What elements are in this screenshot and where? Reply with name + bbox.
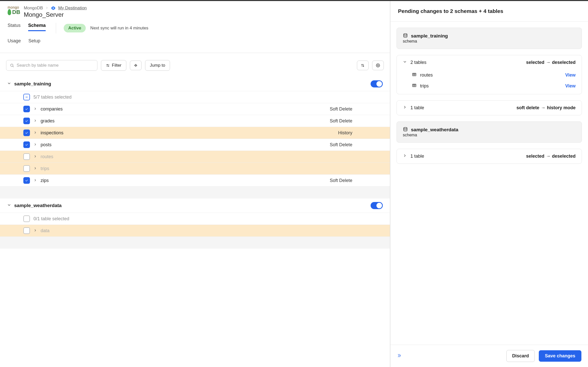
jump-to-button[interactable]: Jump to	[145, 60, 170, 71]
table-checkbox[interactable]	[23, 130, 30, 136]
table-row[interactable]: inspections History	[0, 127, 390, 139]
table-mode: Soft Delete	[330, 142, 352, 148]
change-transition: soft delete→history mode	[516, 105, 576, 111]
schema-type-label: schema	[403, 133, 417, 137]
change-transition: selected→deselected	[526, 60, 576, 65]
connector-name: Mongo_Server	[24, 11, 87, 18]
table-row[interactable]: routes	[0, 151, 390, 162]
svg-line-3	[13, 66, 13, 67]
pending-schema-name: sample_weatherdata	[411, 127, 458, 133]
change-summary-row[interactable]: 1 table selected→deselected	[397, 149, 582, 163]
chevron-right-icon	[33, 178, 37, 183]
chevron-down-icon	[7, 203, 11, 208]
mongodb-logo: mongo DB	[8, 6, 20, 15]
table-mode: Soft Delete	[330, 106, 352, 112]
change-count: 1 table	[410, 154, 424, 159]
selection-summary: 0/1 table selected	[33, 216, 69, 222]
chevron-right-icon	[33, 130, 37, 136]
gear-icon	[376, 63, 380, 67]
table-checkbox[interactable]	[23, 106, 30, 112]
collapse-button[interactable]	[130, 61, 142, 70]
table-checkbox[interactable]	[23, 141, 30, 148]
tab-usage[interactable]: Usage	[8, 38, 21, 47]
table-checkbox[interactable]	[23, 227, 30, 234]
change-summary-row[interactable]: 1 table soft delete→history mode	[397, 101, 582, 115]
sort-button[interactable]	[357, 61, 369, 70]
table-row[interactable]: data	[0, 225, 390, 236]
table-row[interactable]: trips	[0, 162, 390, 174]
table-row[interactable]: posts Soft Delete	[0, 139, 390, 151]
table-checkbox[interactable]	[23, 118, 30, 124]
pending-changes-panel: Pending changes to 2 schemas + 4 tables …	[390, 1, 588, 367]
discard-button[interactable]: Discard	[506, 350, 535, 362]
schema-type-label: schema	[403, 39, 417, 43]
schema-toggle[interactable]	[371, 202, 383, 209]
view-link[interactable]: View	[565, 72, 576, 78]
table-icon	[412, 72, 417, 78]
chevron-icon	[403, 154, 407, 159]
table-name: grades	[41, 118, 55, 124]
svg-point-22	[404, 127, 407, 129]
sort-icon	[361, 63, 365, 67]
crumb-destination[interactable]: My Destination	[58, 6, 87, 11]
schema-header[interactable]: sample_training	[0, 77, 390, 91]
status-badge: Active	[64, 24, 86, 32]
filter-button[interactable]: Filter	[101, 60, 126, 71]
chevron-down-icon	[7, 81, 11, 87]
schema-name: sample_weatherdata	[14, 203, 62, 208]
table-checkbox[interactable]	[23, 177, 30, 184]
chevron-right-icon	[33, 228, 37, 233]
destination-icon	[51, 6, 56, 10]
next-sync-text: Next sync will run in 4 minutes	[90, 26, 148, 31]
tab-status[interactable]: Status	[8, 23, 21, 31]
save-changes-button[interactable]: Save changes	[539, 350, 581, 362]
view-link[interactable]: View	[565, 83, 576, 89]
table-row[interactable]: zips Soft Delete	[0, 174, 390, 186]
svg-point-7	[108, 66, 109, 66]
select-all-checkbox[interactable]	[23, 215, 30, 222]
svg-point-6	[107, 64, 108, 65]
svg-rect-18	[412, 84, 416, 87]
collapse-icon	[134, 63, 138, 67]
chevron-right-icon	[33, 142, 37, 148]
leaf-icon	[8, 9, 11, 15]
chevron-right-icon	[33, 118, 37, 124]
main-panel: mongo DB MongoDB My Destination Mongo_Se…	[0, 1, 390, 367]
search-icon	[10, 63, 14, 68]
table-row[interactable]: grades Soft Delete	[0, 115, 390, 127]
tab-schema[interactable]: Schema	[28, 23, 46, 31]
table-checkbox[interactable]	[23, 153, 30, 160]
settings-button[interactable]	[372, 61, 384, 70]
chevron-right-icon	[33, 166, 37, 171]
svg-rect-14	[412, 73, 416, 76]
table-mode: Soft Delete	[330, 118, 352, 124]
chevrons-right-icon	[397, 353, 402, 358]
search-input[interactable]	[17, 63, 94, 68]
search-input-wrapper[interactable]	[6, 60, 97, 71]
database-icon	[403, 127, 408, 133]
tab-setup[interactable]: Setup	[28, 38, 40, 47]
pending-schema-card: sample_weatherdata schema	[396, 121, 582, 143]
table-row[interactable]: companies Soft Delete	[0, 103, 390, 115]
select-all-checkbox[interactable]	[23, 94, 30, 100]
svg-point-11	[377, 65, 378, 66]
schema-header[interactable]: sample_weatherdata	[0, 198, 390, 213]
pending-change-card: 1 table soft delete→history mode	[396, 100, 582, 115]
table-name: zips	[41, 178, 49, 183]
svg-point-1	[53, 8, 54, 9]
crumb-source[interactable]: MongoDB	[24, 6, 43, 11]
svg-point-13	[404, 34, 407, 35]
table-checkbox[interactable]	[23, 165, 30, 172]
change-count: 2 tables	[410, 60, 426, 65]
pending-change-card: 1 table selected→deselected	[396, 149, 582, 164]
table-name: routes	[41, 154, 53, 159]
table-icon	[412, 83, 417, 89]
collapse-panel-button[interactable]	[397, 353, 402, 359]
table-name: data	[41, 228, 49, 233]
schema-toggle[interactable]	[371, 80, 383, 87]
pending-change-card: 2 tables selected→deselected routes View…	[396, 55, 582, 94]
pending-schema-card: sample_training schema	[396, 28, 582, 49]
change-summary-row[interactable]: 2 tables selected→deselected	[397, 55, 582, 70]
table-name: inspections	[41, 130, 63, 136]
table-mode: History	[338, 130, 352, 136]
